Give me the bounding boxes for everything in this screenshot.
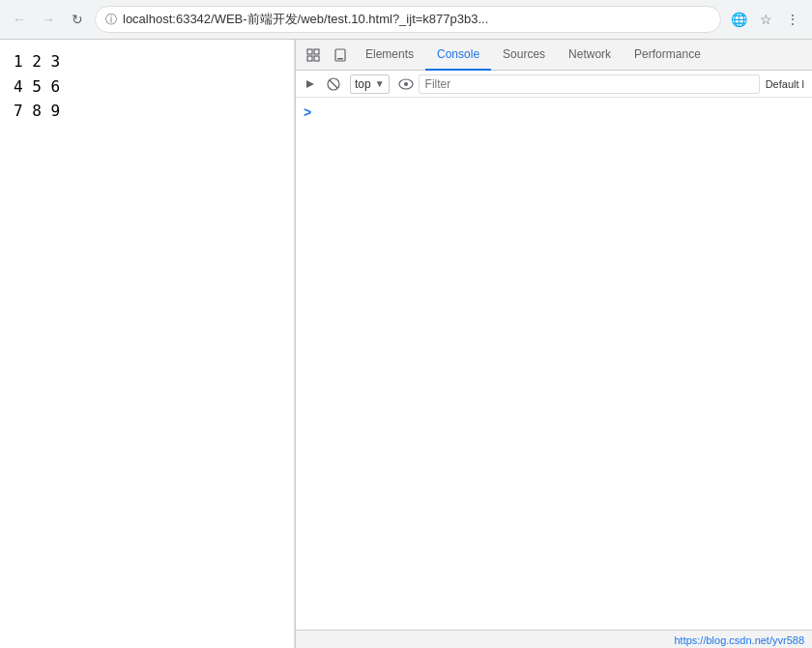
console-run-button[interactable]	[300, 74, 321, 95]
devtools-panel: Elements Console Sources Network Perform…	[295, 40, 812, 648]
devtools-tabs: Elements Console Sources Network Perform…	[296, 40, 812, 71]
address-bar[interactable]: ⓘ localhost:63342/WEB-前端开发/web/test.10.h…	[95, 6, 721, 33]
main-area: 1 2 3 4 5 6 7 8 9 E	[0, 40, 812, 648]
svg-rect-1	[314, 49, 319, 54]
address-text: localhost:63342/WEB-前端开发/web/test.10.htm…	[123, 11, 710, 28]
eye-icon-button[interactable]	[395, 74, 417, 95]
svg-rect-3	[314, 56, 319, 61]
default-levels-label: Default l	[762, 78, 808, 90]
context-selector[interactable]: top ▼	[350, 74, 390, 94]
tab-performance[interactable]: Performance	[623, 40, 712, 71]
page-line-3: 7 8 9	[14, 99, 280, 124]
context-value: top	[355, 77, 371, 91]
forward-button[interactable]: →	[37, 8, 60, 31]
tab-console[interactable]: Console	[425, 40, 491, 71]
tab-elements[interactable]: Elements	[354, 40, 425, 71]
console-prompt-line: >	[296, 102, 812, 123]
console-toolbar: top ▼ Default l	[296, 71, 812, 98]
tab-sources[interactable]: Sources	[491, 40, 557, 71]
back-button[interactable]: ←	[8, 8, 31, 31]
svg-rect-0	[307, 49, 312, 54]
tab-network[interactable]: Network	[557, 40, 623, 71]
translate-button[interactable]: 🌐	[727, 8, 750, 31]
svg-marker-6	[306, 80, 314, 88]
console-prompt-symbol[interactable]: >	[304, 104, 311, 120]
inspect-element-button[interactable]	[300, 42, 327, 69]
toolbar-actions: 🌐 ☆ ⋮	[727, 8, 804, 31]
clear-console-button[interactable]	[323, 74, 344, 95]
svg-line-8	[330, 80, 337, 88]
page-line-2: 4 5 6	[14, 74, 280, 100]
browser-chrome: ← → ↻ ⓘ localhost:63342/WEB-前端开发/web/tes…	[0, 0, 812, 40]
menu-button[interactable]: ⋮	[781, 8, 804, 31]
console-content: >	[296, 98, 812, 630]
webpage-content: 1 2 3 4 5 6 7 8 9	[0, 40, 295, 648]
status-url[interactable]: https://blog.csdn.net/yvr588	[674, 634, 804, 646]
svg-rect-5	[337, 58, 343, 60]
filter-input[interactable]	[419, 74, 760, 94]
svg-rect-2	[307, 56, 312, 61]
svg-point-10	[404, 82, 408, 86]
device-toolbar-button[interactable]	[327, 42, 354, 69]
page-line-1: 1 2 3	[14, 49, 280, 74]
dropdown-arrow-icon: ▼	[375, 78, 385, 89]
browser-toolbar: ← → ↻ ⓘ localhost:63342/WEB-前端开发/web/tes…	[0, 0, 812, 39]
reload-button[interactable]: ↻	[66, 8, 89, 31]
bookmark-button[interactable]: ☆	[754, 8, 777, 31]
status-bar: https://blog.csdn.net/yvr588	[296, 630, 812, 648]
lock-icon: ⓘ	[105, 12, 117, 28]
